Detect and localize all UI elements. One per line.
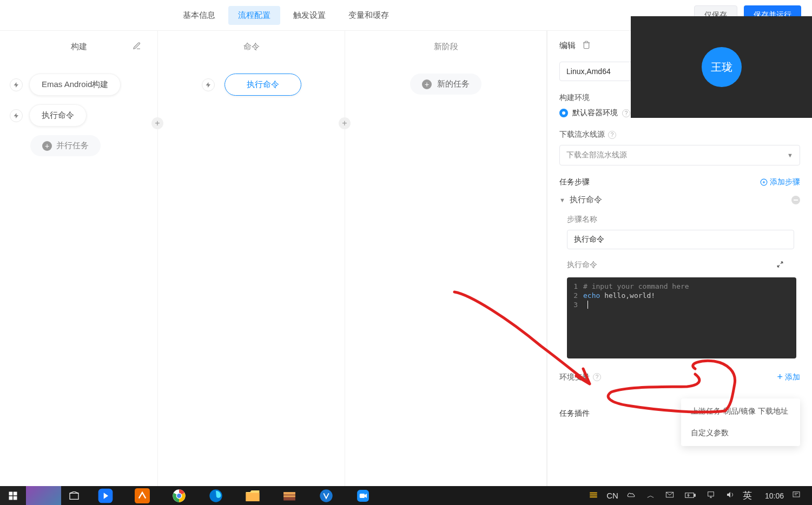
svg-rect-7	[135, 488, 150, 503]
chevron-up-icon[interactable]: ︿	[644, 491, 657, 501]
build-env-option: 默认容器环境	[572, 108, 618, 118]
caret-down-icon: ▼	[559, 197, 565, 203]
svg-point-10	[176, 493, 181, 498]
code-line-2: 2 echo hello,world!	[567, 291, 796, 300]
env-vars-label: 环境变量	[559, 373, 590, 382]
svg-rect-18	[360, 494, 365, 498]
stage-title-build: 构建	[5, 42, 152, 52]
plus-circle-icon	[760, 178, 768, 186]
download-source-placeholder: 下载全部流水线源	[566, 150, 627, 160]
plus-icon: +	[422, 79, 432, 89]
svg-rect-3	[9, 496, 13, 500]
plus-icon: +	[42, 141, 52, 151]
code-text: hello,world!	[600, 291, 655, 300]
taskbar-app-archive[interactable]	[271, 486, 308, 505]
svg-rect-1	[9, 491, 13, 495]
radio-checked-icon	[559, 109, 568, 117]
start-button[interactable]	[0, 486, 26, 505]
flow-row-2: 执行命令	[5, 104, 152, 127]
download-source-select[interactable]: 下载全部流水线源 ▼	[559, 145, 800, 165]
flow-canvas[interactable]: 构建 Emas Android构建 执行命令	[0, 31, 547, 505]
mail-icon[interactable]	[663, 491, 677, 500]
line-number: 3	[571, 301, 583, 309]
dropdown-item-custom[interactable]: 自定义参数	[681, 422, 800, 444]
svg-rect-14	[283, 492, 295, 495]
node-emas-build[interactable]: Emas Android构建	[29, 74, 121, 96]
delete-icon[interactable]	[582, 41, 591, 51]
node-exec-cmd-active[interactable]: 执行命令	[225, 74, 301, 96]
svg-point-16	[320, 489, 332, 502]
windows-taskbar[interactable]: CN ︿ 英 10:06	[0, 486, 812, 505]
panel-title: 编辑	[559, 41, 576, 51]
tab-basic-info[interactable]: 基本信息	[173, 6, 225, 25]
code-line-3: 3	[567, 300, 796, 309]
chevron-down-icon: ▼	[787, 152, 793, 158]
task-steps-label: 任务步骤	[559, 177, 590, 187]
dropdown-item-upstream[interactable]: 上游任务 制品/镜像 下载地址	[681, 401, 800, 422]
svg-rect-20	[685, 493, 694, 497]
flow-center-2: 执行命令	[163, 74, 339, 96]
svg-rect-15	[283, 495, 295, 497]
stage-column-new: 新阶段 + 新的任务	[345, 31, 547, 505]
cmd-label: 执行命令	[567, 260, 597, 270]
add-env-var-button[interactable]: + 添加	[777, 371, 800, 383]
lightning-icon[interactable]	[10, 78, 23, 91]
lightning-icon[interactable]	[10, 109, 23, 122]
env-vars-label-row: 环境变量 ?	[559, 373, 601, 382]
remove-step-icon[interactable]	[791, 196, 800, 204]
code-line-1: 1 # input your command here	[567, 282, 796, 291]
code-keyword: echo	[583, 291, 600, 300]
taskbar-app-folder[interactable]	[234, 486, 271, 505]
taskbar-app-blue-circle[interactable]	[308, 486, 345, 505]
taskbar-app-player[interactable]	[87, 486, 124, 505]
help-icon[interactable]: ?	[622, 109, 630, 117]
ime-lang: CN	[606, 491, 618, 500]
tab-vars-cache[interactable]: 变量和缓存	[339, 6, 399, 25]
notifications-icon[interactable]	[789, 490, 803, 501]
lightning-icon[interactable]	[202, 78, 215, 91]
parallel-task-button[interactable]: + 并行任务	[30, 135, 101, 156]
plus-icon: +	[777, 371, 783, 383]
onedrive-icon[interactable]	[624, 491, 639, 500]
svg-rect-22	[708, 492, 714, 496]
stage-title-command: 命令	[163, 42, 339, 52]
edit-stage-icon[interactable]	[133, 42, 141, 52]
ime-block[interactable]: CN	[606, 486, 618, 505]
taskbar-app-cam[interactable]	[345, 486, 381, 505]
svg-rect-5	[70, 493, 78, 499]
svg-rect-21	[694, 494, 695, 496]
volume-icon[interactable]	[723, 490, 737, 501]
battery-icon[interactable]	[682, 491, 698, 500]
user-video-overlay: 王珑	[631, 16, 812, 118]
step-name-input[interactable]	[567, 230, 794, 249]
task-view-icon[interactable]	[61, 486, 87, 505]
ime-mode[interactable]: 英	[743, 489, 752, 502]
step-name-label: 步骤名称	[567, 215, 800, 224]
flow-center-3: + 新的任务	[351, 74, 541, 95]
network-icon[interactable]	[704, 490, 718, 501]
taskbar-app-chrome[interactable]	[161, 486, 197, 505]
line-number: 2	[571, 291, 583, 300]
node-exec-cmd[interactable]: 执行命令	[29, 104, 87, 127]
help-icon[interactable]: ?	[608, 131, 616, 139]
tab-flow-config[interactable]: 流程配置	[228, 6, 280, 25]
taskbar-app-1[interactable]	[26, 486, 61, 505]
tray-app-icon[interactable]	[586, 490, 601, 501]
code-cursor	[583, 301, 588, 309]
help-icon[interactable]: ?	[593, 373, 601, 381]
add-step-button[interactable]: 添加步骤	[760, 177, 800, 187]
step-exec-title-text: 执行命令	[570, 195, 602, 205]
taskbar-app-orange[interactable]	[124, 486, 161, 505]
line-number: 1	[571, 282, 583, 290]
taskbar-clock[interactable]: 10:06	[765, 491, 784, 500]
stage-title-build-text: 构建	[71, 42, 87, 51]
tab-trigger-settings[interactable]: 触发设置	[283, 6, 335, 25]
add-env-var-label: 添加	[785, 373, 800, 382]
taskbar-app-edge[interactable]	[197, 486, 234, 505]
code-editor[interactable]: 1 # input your command here 2 echo hello…	[567, 277, 796, 358]
avatar: 王珑	[702, 47, 742, 87]
step-exec-header[interactable]: ▼ 执行命令	[559, 195, 800, 205]
expand-icon[interactable]	[776, 261, 784, 270]
download-source-label-text: 下载流水线源	[559, 130, 605, 139]
new-task-button[interactable]: + 新的任务	[410, 74, 481, 95]
